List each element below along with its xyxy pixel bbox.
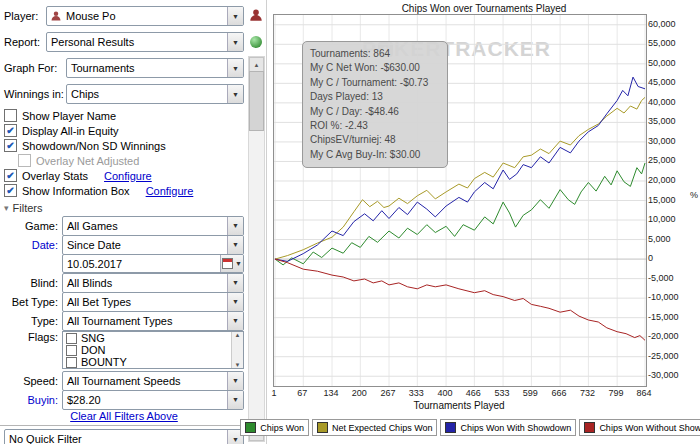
flags-scrollbar[interactable]: ▲▼ <box>231 332 243 368</box>
chevron-down-icon[interactable]: ▼ <box>227 274 243 292</box>
y-tick-label: 5,000 <box>648 234 671 244</box>
checkbox-box[interactable]: ✔ <box>4 139 17 152</box>
winnings-dropdown[interactable]: Chips ▼ <box>66 84 244 104</box>
configure-overlay-stats-link[interactable]: Configure <box>104 170 152 182</box>
chevron-down-icon[interactable]: ▼ <box>227 312 243 330</box>
player-label: Player: <box>4 10 46 22</box>
legend-color-swatch <box>245 422 256 433</box>
x-tick-label: 200 <box>352 388 367 398</box>
calendar-icon <box>222 258 233 269</box>
flag-item-don[interactable]: DON <box>64 344 231 356</box>
graph-for-dropdown[interactable]: Tournaments ▼ <box>66 58 244 78</box>
game-label: Game: <box>4 220 62 232</box>
player-dropdown[interactable]: Mouse Po ▼ <box>46 6 244 26</box>
y-tick-label: -20,000 <box>648 331 679 341</box>
quick-filter-row: No Quick Filter ▼ <box>4 429 244 444</box>
game-dropdown[interactable]: All Games ▼ <box>62 216 244 236</box>
legend-color-swatch <box>445 422 456 433</box>
chevron-down-icon[interactable]: ▼ <box>227 391 243 409</box>
sidebar-scrollbar[interactable]: ▲ ▼ <box>248 56 265 442</box>
player-row: Player: Mouse Po ▼ <box>4 6 244 26</box>
report-value: Personal Results <box>47 36 227 48</box>
checkbox-label: Display All-in Equity <box>22 125 119 137</box>
chevron-down-icon[interactable]: ▼ <box>227 372 243 390</box>
y-tick-label: 45,000 <box>648 77 676 87</box>
chevron-down-icon[interactable]: ▼ <box>227 236 243 254</box>
checkbox-show-information-box[interactable]: ✔ Show Information Box Configure <box>4 183 244 198</box>
checkbox-show-player-name[interactable]: Show Player Name <box>4 108 244 123</box>
checkbox-box[interactable] <box>4 109 17 122</box>
winnings-value: Chips <box>67 88 227 100</box>
checkbox-box[interactable] <box>66 357 77 368</box>
x-tick-label: 666 <box>552 388 567 398</box>
date-input[interactable]: 10.05.2017 ▼ <box>62 254 244 273</box>
checkbox-box[interactable]: ✔ <box>4 124 17 137</box>
chevron-down-icon[interactable]: ▼ <box>227 59 243 77</box>
legend-item: Chips Won <box>240 419 309 436</box>
checkbox-box[interactable] <box>66 345 77 356</box>
checkbox-box[interactable] <box>66 333 77 344</box>
chevron-down-icon[interactable]: ▼ <box>227 7 243 25</box>
scroll-up-icon[interactable]: ▲ <box>249 57 264 72</box>
y-tick-label: -15,000 <box>648 312 679 322</box>
y-tick-label: 50,000 <box>648 58 676 68</box>
report-row: Report: Personal Results ▼ <box>4 32 244 52</box>
filters-section-header[interactable]: ▾ Filters <box>4 200 244 215</box>
clear-all-filters-link[interactable]: Clear All Filters Above <box>4 410 244 423</box>
speed-dropdown[interactable]: All Tournament Speeds ▼ <box>62 371 244 391</box>
configure-info-box-link[interactable]: Configure <box>146 185 194 197</box>
chevron-down-icon[interactable]: ▼ <box>227 293 243 311</box>
legend-item: Net Expected Chips Won <box>312 419 437 436</box>
winnings-row: Winnings in: Chips ▼ <box>4 84 244 104</box>
date-value[interactable]: 10.05.2017 <box>63 258 220 270</box>
scroll-down-icon[interactable]: ▼ <box>235 362 241 368</box>
checkbox-overlay-stats[interactable]: ✔ Overlay Stats Configure <box>4 168 244 183</box>
report-label: Report: <box>4 36 46 48</box>
checkbox-showdown-nonsd[interactable]: ✔ Showdown/Non SD Winnings <box>4 138 244 153</box>
checkbox-box[interactable]: ✔ <box>4 169 17 182</box>
buyin-dropdown[interactable]: $28.20 ▼ <box>62 390 244 410</box>
graph-for-label: Graph For: <box>4 62 66 74</box>
chart-title: Chips Won over Tournaments Played <box>267 3 700 14</box>
checkbox-label: Overlay Stats <box>22 170 88 182</box>
quick-filter-dropdown[interactable]: No Quick Filter ▼ <box>4 429 244 444</box>
player-manager-icon[interactable] <box>249 8 263 22</box>
graph-for-row: Graph For: Tournaments ▼ <box>4 58 244 78</box>
buyin-label[interactable]: Buyin: <box>4 394 62 406</box>
checkbox-display-allin-equity[interactable]: ✔ Display All-in Equity <box>4 123 244 138</box>
flags-listbox[interactable]: SNG DON BOUNTY ▲▼ <box>62 331 244 369</box>
sidebar-right-strip: ▲ ▼ <box>246 0 266 444</box>
scroll-thumb[interactable] <box>249 71 264 131</box>
chevron-down-icon[interactable]: ▼ <box>227 85 243 103</box>
type-label: Type: <box>4 315 62 327</box>
flag-item-sng[interactable]: SNG <box>64 332 231 344</box>
date-label[interactable]: Date: <box>4 239 62 251</box>
x-tick-label: 599 <box>523 388 538 398</box>
blind-dropdown[interactable]: All Blinds ▼ <box>62 273 244 293</box>
checkbox-label: Show Player Name <box>22 110 116 122</box>
checkbox-box[interactable]: ✔ <box>4 184 17 197</box>
report-action-icon[interactable] <box>250 36 262 48</box>
x-tick-label: 732 <box>580 388 595 398</box>
legend-label: Chips Won Without Showdown <box>599 423 700 433</box>
chevron-down-icon[interactable]: ▼ <box>227 33 243 51</box>
calendar-picker-button[interactable]: ▼ <box>220 255 243 272</box>
date-mode-dropdown[interactable]: Since Date ▼ <box>62 235 244 255</box>
checkbox-overlay-net-adjusted: Overlay Net Adjusted <box>4 153 244 168</box>
info-box-line: My C / Day: -$48.46 <box>310 105 440 119</box>
report-dropdown[interactable]: Personal Results ▼ <box>46 32 244 52</box>
info-box-line: My C / Tournament: -$0.73 <box>310 76 440 90</box>
flags-label: Flags: <box>4 331 62 369</box>
tournament-type-dropdown[interactable]: All Tournament Types ▼ <box>62 311 244 331</box>
chevron-down-icon[interactable]: ▼ <box>227 217 243 235</box>
series-chips-won <box>275 163 645 265</box>
bet-type-filter-row: Bet Type: All Bet Types ▼ <box>4 293 244 310</box>
speed-filter-row: Speed: All Tournament Speeds ▼ <box>4 372 244 389</box>
checkbox-label: Show Information Box <box>22 185 130 197</box>
info-box-line: Days Played: 13 <box>310 90 440 104</box>
flag-item-bounty[interactable]: BOUNTY <box>64 356 231 368</box>
scroll-up-icon[interactable]: ▲ <box>235 332 241 338</box>
y-tick-label: 25,000 <box>648 155 676 165</box>
bet-type-dropdown[interactable]: All Bet Types ▼ <box>62 292 244 312</box>
x-tick-label: 400 <box>438 388 453 398</box>
